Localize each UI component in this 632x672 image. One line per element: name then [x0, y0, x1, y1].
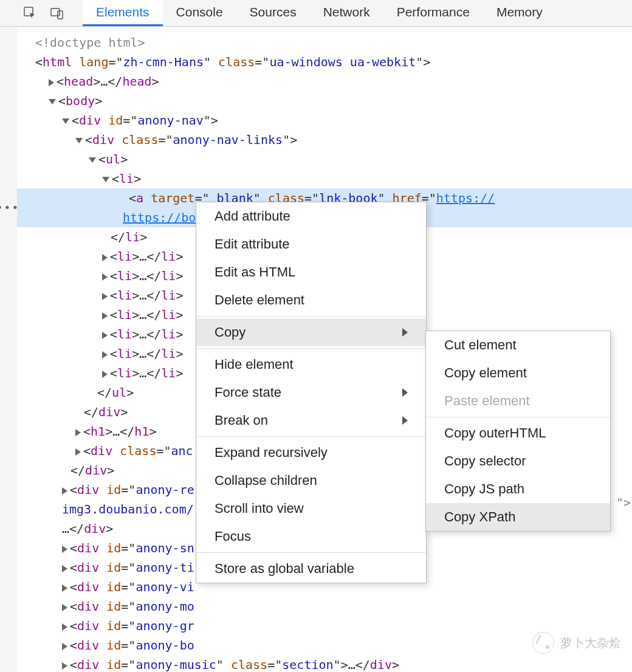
caret-icon[interactable]	[102, 293, 108, 300]
caret-icon[interactable]	[102, 312, 108, 320]
caret-icon[interactable]	[62, 643, 67, 650]
menu-break-on[interactable]: Break on	[196, 406, 426, 434]
selection-dots-icon: •••	[0, 199, 19, 217]
caret-icon[interactable]	[75, 429, 81, 436]
menu-separator	[196, 552, 426, 553]
tab-elements[interactable]: Elements	[83, 0, 163, 26]
caret-icon[interactable]	[62, 604, 67, 611]
body-open[interactable]: <body>	[35, 91, 632, 111]
menu-separator	[196, 348, 426, 349]
menu-collapse-children[interactable]: Collapse children	[196, 467, 426, 495]
context-menu-main: Add attribute Edit attribute Edit as HTM…	[196, 202, 427, 583]
menu-cut-element[interactable]: Cut element	[426, 331, 610, 359]
tab-sources[interactable]: Sources	[236, 0, 310, 26]
menu-edit-attribute[interactable]: Edit attribute	[196, 230, 426, 258]
tab-memory[interactable]: Memory	[483, 0, 556, 26]
right-edge-caret: ">	[616, 495, 631, 510]
caret-icon[interactable]	[102, 177, 109, 182]
caret-icon[interactable]	[62, 585, 67, 592]
svg-rect-2	[58, 11, 63, 19]
caret-icon[interactable]	[75, 448, 81, 456]
menu-edit-html[interactable]: Edit as HTML	[196, 258, 426, 286]
tab-performance[interactable]: Performance	[383, 0, 483, 26]
caret-icon[interactable]	[62, 546, 67, 553]
menu-scroll-into-view[interactable]: Scroll into view	[196, 495, 426, 523]
watermark-logo-icon	[532, 632, 554, 654]
submenu-arrow-icon	[402, 328, 408, 337]
menu-store-global[interactable]: Store as global variable	[196, 555, 426, 583]
scroll-gutter	[0, 0, 17, 672]
li-open[interactable]: <li>	[35, 169, 632, 188]
div-anony-nav[interactable]: <div id="anony-nav">	[35, 111, 632, 130]
menu-separator	[196, 436, 426, 437]
menu-copy-element[interactable]: Copy element	[426, 359, 610, 387]
menu-focus[interactable]: Focus	[196, 523, 426, 550]
ul-open[interactable]: <ul>	[35, 149, 632, 169]
tab-console[interactable]: Console	[163, 0, 236, 26]
device-toggle-icon[interactable]	[50, 6, 64, 21]
menu-force-state[interactable]: Force state	[196, 379, 426, 406]
menu-paste-element: Paste element	[426, 387, 610, 415]
context-submenu-copy: Cut element Copy element Paste element C…	[425, 331, 611, 532]
menu-copy-xpath[interactable]: Copy XPath	[426, 503, 610, 531]
div-section[interactable]: <div id="anony-mo	[35, 597, 632, 616]
menu-copy-outerhtml[interactable]: Copy outerHTML	[426, 419, 610, 447]
menu-copy[interactable]: Copy	[196, 318, 426, 346]
head-line[interactable]: <head>…</head>	[35, 72, 632, 91]
inspect-element-icon[interactable]	[23, 6, 38, 21]
div-nav-links[interactable]: <div class="anony-nav-links">	[35, 130, 632, 149]
caret-icon[interactable]	[62, 487, 67, 495]
caret-icon[interactable]	[102, 371, 108, 378]
tab-network[interactable]: Network	[310, 0, 383, 26]
div-anony-music[interactable]: <div id="anony-music" class="section">…<…	[35, 655, 632, 672]
caret-icon[interactable]	[49, 79, 54, 86]
caret-icon[interactable]	[49, 99, 56, 105]
svg-rect-1	[51, 9, 60, 16]
caret-icon[interactable]	[62, 623, 67, 631]
caret-icon[interactable]	[102, 332, 108, 339]
menu-copy-selector[interactable]: Copy selector	[426, 447, 610, 475]
submenu-arrow-icon	[402, 416, 408, 425]
menu-expand-recursively[interactable]: Expand recursively	[196, 439, 426, 467]
caret-icon[interactable]	[102, 254, 108, 261]
watermark: 萝卜大杂烩	[532, 632, 621, 654]
watermark-text: 萝卜大杂烩	[560, 635, 621, 651]
menu-separator	[426, 417, 610, 417]
caret-icon[interactable]	[62, 565, 67, 572]
submenu-arrow-icon	[402, 388, 408, 397]
caret-icon[interactable]	[62, 118, 69, 124]
menu-add-attribute[interactable]: Add attribute	[196, 202, 426, 230]
menu-copy-jspath[interactable]: Copy JS path	[426, 475, 610, 503]
caret-icon[interactable]	[102, 273, 108, 281]
menu-hide-element[interactable]: Hide element	[196, 351, 426, 379]
caret-icon[interactable]	[62, 662, 67, 670]
caret-icon[interactable]	[75, 138, 83, 143]
devtools-tabs: Elements Console Sources Network Perform…	[0, 0, 632, 27]
caret-icon[interactable]	[89, 157, 96, 163]
doctype-line[interactable]: <!doctype html>	[35, 33, 632, 52]
menu-separator	[196, 316, 426, 317]
caret-icon[interactable]	[102, 351, 108, 358]
menu-delete-element[interactable]: Delete element	[196, 286, 426, 314]
html-open[interactable]: <html lang="zh-cmn-Hans" class="ua-windo…	[35, 52, 632, 72]
